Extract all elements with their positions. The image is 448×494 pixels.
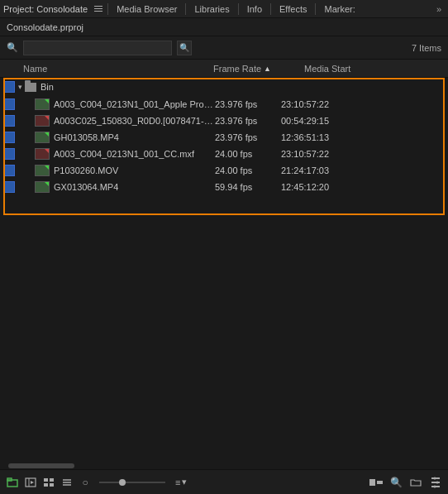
nav-separator-1 bbox=[107, 3, 108, 15]
svg-rect-5 bbox=[44, 478, 48, 482]
search-input[interactable] bbox=[27, 43, 168, 53]
file-name-4: P1030260.MOV bbox=[54, 165, 215, 175]
file-checkbox-3[interactable] bbox=[3, 148, 15, 160]
grid-view-button[interactable] bbox=[41, 475, 56, 490]
zoom-slider[interactable] bbox=[99, 482, 165, 483]
file-name-5: GX013064.MP4 bbox=[54, 182, 215, 192]
file-start-0: 23:10:57:22 bbox=[281, 99, 329, 109]
table-row[interactable]: GX013064.MP4 59.94 fps 12:45:12:20 bbox=[0, 179, 448, 195]
cycle-view-button[interactable]: ○ bbox=[78, 475, 93, 490]
nav-separator-4 bbox=[270, 3, 271, 15]
settings-button[interactable] bbox=[428, 475, 443, 490]
file-checkbox-4[interactable] bbox=[3, 165, 15, 176]
zoom-slider-thumb[interactable] bbox=[119, 479, 126, 486]
file-start-5: 12:45:12:20 bbox=[281, 182, 329, 192]
bin-expand-icon[interactable]: ▾ bbox=[18, 83, 22, 91]
search-bottom-icon: 🔍 bbox=[390, 477, 403, 488]
file-thumb-5 bbox=[35, 181, 50, 193]
file-fps-1: 23.976 fps bbox=[215, 116, 281, 126]
svg-rect-12 bbox=[369, 479, 375, 486]
file-start-4: 21:24:17:03 bbox=[281, 165, 329, 175]
file-thumb-2 bbox=[35, 132, 50, 143]
file-checkbox-0[interactable] bbox=[3, 98, 15, 110]
col-media-start-label: Media Start bbox=[304, 64, 350, 74]
table-row[interactable]: A003_C004_0213N1_001_CC.mxf 24.00 fps 23… bbox=[0, 146, 448, 162]
table-row[interactable]: GH013058.MP4 23.976 fps 12:36:51:13 bbox=[0, 129, 448, 146]
file-checkbox-5[interactable] bbox=[3, 181, 15, 193]
nav-more-chevron[interactable]: » bbox=[433, 4, 445, 14]
sort-options: ≡ ▾ bbox=[175, 477, 187, 487]
file-name-0: A003_C004_0213N1_001_Apple ProRes 42 bbox=[54, 99, 215, 109]
bin-label: Bin bbox=[41, 82, 54, 92]
file-start-2: 12:36:51:13 bbox=[281, 132, 329, 142]
bin-folder-icon bbox=[25, 83, 36, 92]
scrollbar-thumb[interactable] bbox=[8, 463, 74, 468]
col-frame-rate-label: Frame Rate bbox=[213, 64, 261, 74]
svg-point-22 bbox=[434, 485, 436, 487]
nav-info[interactable]: Info bbox=[241, 0, 269, 17]
list-view-button[interactable] bbox=[60, 475, 74, 490]
cycle-view-icon: ○ bbox=[82, 477, 88, 488]
file-name-3: A003_C004_0213N1_001_CC.mxf bbox=[54, 149, 215, 159]
new-folder-icon bbox=[410, 477, 422, 487]
items-count: 7 Items bbox=[412, 43, 441, 53]
new-item-icon bbox=[25, 477, 36, 487]
file-fps-0: 23.976 fps bbox=[215, 99, 281, 109]
table-row[interactable]: A003_C004_0213N1_001_Apple ProRes 42 23.… bbox=[0, 96, 448, 113]
nav-marker[interactable]: Marker: bbox=[317, 0, 361, 17]
zoom-control-icon bbox=[369, 477, 384, 487]
sort-arrow-icon: ▲ bbox=[264, 65, 271, 73]
file-thumb-3 bbox=[35, 148, 50, 160]
svg-marker-4 bbox=[31, 481, 34, 484]
thumb-corner-4 bbox=[45, 165, 49, 170]
file-fps-4: 24.00 fps bbox=[215, 165, 281, 175]
new-bin-button[interactable] bbox=[5, 475, 20, 490]
file-thumb-1 bbox=[35, 115, 50, 127]
nav-effects[interactable]: Effects bbox=[273, 0, 313, 17]
file-thumb-4 bbox=[35, 165, 50, 176]
file-checkbox-2[interactable] bbox=[3, 132, 15, 143]
column-header-row: Name Frame Rate ▲ Media Start bbox=[0, 60, 448, 78]
nav-libraries[interactable]: Libraries bbox=[188, 0, 236, 17]
col-frame-rate-header[interactable]: Frame Rate ▲ bbox=[213, 64, 304, 74]
bin-checkbox[interactable] bbox=[3, 81, 15, 93]
new-item-button[interactable] bbox=[23, 475, 38, 490]
find-button[interactable]: 🔍 bbox=[177, 41, 192, 55]
project-filename: Consolodate.prproj bbox=[7, 22, 83, 32]
bin-row[interactable]: ▾ Bin bbox=[0, 78, 448, 96]
col-media-start-header[interactable]: Media Start bbox=[304, 64, 448, 74]
find-icon: 🔍 bbox=[179, 43, 189, 52]
sort-dropdown-arrow[interactable]: ▾ bbox=[182, 477, 187, 487]
svg-point-20 bbox=[434, 477, 436, 479]
file-thumb-0 bbox=[35, 98, 50, 110]
file-checkbox-1[interactable] bbox=[3, 115, 15, 127]
nav-media-browser[interactable]: Media Browser bbox=[110, 0, 183, 17]
thumb-corner-5 bbox=[45, 182, 49, 186]
content-wrapper: 🔍 🔍 7 Items Name Frame Rate ▲ Media Star… bbox=[0, 36, 448, 494]
horizontal-scrollbar[interactable] bbox=[0, 463, 448, 469]
thumb-corner-2 bbox=[45, 132, 49, 137]
hamburger-icon[interactable] bbox=[94, 6, 102, 12]
table-row[interactable]: A003C025_150830_R0D0.[0078471-007895 23.… bbox=[0, 113, 448, 129]
list-view-icon bbox=[61, 477, 73, 487]
search-input-wrap[interactable] bbox=[23, 41, 172, 55]
zoom-control-button[interactable] bbox=[369, 475, 384, 490]
file-list-area: ▾ Bin A003_C004_0213N1_001_Apple ProRes … bbox=[0, 78, 448, 494]
new-folder-button[interactable] bbox=[408, 475, 423, 490]
bottom-toolbar: ○ ≡ ▾ 🔍 bbox=[0, 469, 448, 494]
project-label[interactable]: Project: Consolodate bbox=[3, 4, 106, 14]
search-magnifier-icon: 🔍 bbox=[7, 42, 18, 53]
search-bottom-button[interactable]: 🔍 bbox=[388, 475, 403, 490]
project-header: Consolodate.prproj bbox=[0, 18, 448, 36]
svg-rect-13 bbox=[377, 481, 383, 484]
thumb-corner-3 bbox=[45, 149, 49, 153]
bottom-bar-right: 🔍 bbox=[369, 475, 443, 490]
col-name-header[interactable]: Name bbox=[23, 64, 213, 74]
file-fps-2: 23.976 fps bbox=[215, 132, 281, 142]
project-title-text: Project: Consolodate bbox=[3, 4, 88, 14]
file-start-3: 23:10:57:22 bbox=[281, 149, 329, 159]
col-name-label: Name bbox=[23, 64, 47, 74]
svg-point-21 bbox=[436, 481, 439, 483]
table-row[interactable]: P1030260.MOV 24.00 fps 21:24:17:03 bbox=[0, 162, 448, 179]
file-fps-5: 59.94 fps bbox=[215, 182, 281, 192]
